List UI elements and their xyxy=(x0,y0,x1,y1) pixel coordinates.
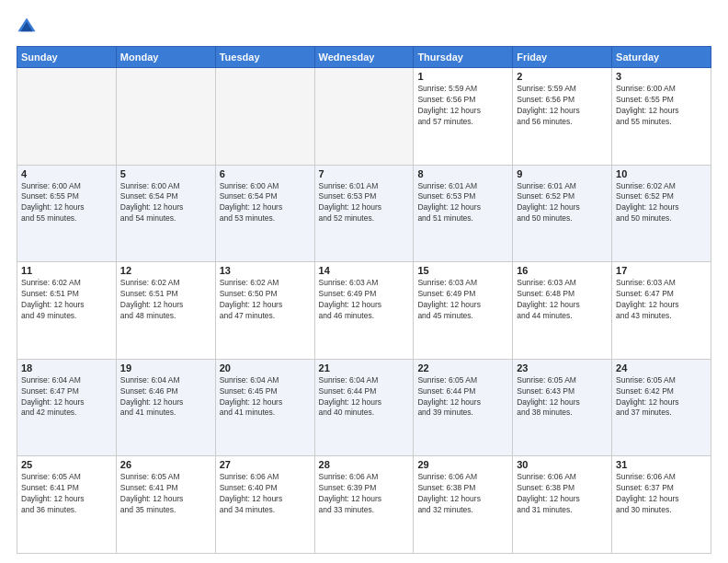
weekday-header-friday: Friday xyxy=(513,47,612,68)
calendar-day-cell: 14Sunrise: 6:03 AM Sunset: 6:49 PM Dayli… xyxy=(314,262,414,360)
logo-icon xyxy=(17,17,37,37)
day-info: Sunrise: 6:05 AM Sunset: 6:44 PM Dayligh… xyxy=(417,375,508,419)
day-info: Sunrise: 6:00 AM Sunset: 6:54 PM Dayligh… xyxy=(220,181,311,225)
day-info: Sunrise: 6:02 AM Sunset: 6:52 PM Dayligh… xyxy=(616,181,707,225)
day-info: Sunrise: 6:06 AM Sunset: 6:40 PM Dayligh… xyxy=(220,472,311,516)
calendar-day-cell: 25Sunrise: 6:05 AM Sunset: 6:41 PM Dayli… xyxy=(17,456,117,554)
day-number: 5 xyxy=(120,168,211,179)
day-info: Sunrise: 6:06 AM Sunset: 6:38 PM Dayligh… xyxy=(517,472,608,516)
logo xyxy=(17,17,40,37)
weekday-header-thursday: Thursday xyxy=(414,47,513,68)
day-info: Sunrise: 6:02 AM Sunset: 6:51 PM Dayligh… xyxy=(21,278,112,322)
day-info: Sunrise: 6:04 AM Sunset: 6:44 PM Dayligh… xyxy=(319,375,410,419)
day-info: Sunrise: 6:02 AM Sunset: 6:51 PM Dayligh… xyxy=(120,278,211,322)
calendar-day-cell: 13Sunrise: 6:02 AM Sunset: 6:50 PM Dayli… xyxy=(215,262,314,360)
day-info: Sunrise: 6:04 AM Sunset: 6:46 PM Dayligh… xyxy=(120,375,211,419)
calendar-day-cell: 29Sunrise: 6:06 AM Sunset: 6:38 PM Dayli… xyxy=(414,456,513,554)
day-info: Sunrise: 6:04 AM Sunset: 6:45 PM Dayligh… xyxy=(220,375,311,419)
calendar-day-cell: 19Sunrise: 6:04 AM Sunset: 6:46 PM Dayli… xyxy=(116,359,215,456)
day-number: 14 xyxy=(319,265,410,276)
calendar-day-cell: 30Sunrise: 6:06 AM Sunset: 6:38 PM Dayli… xyxy=(513,456,612,554)
day-number: 29 xyxy=(417,459,508,470)
header xyxy=(17,17,711,37)
day-info: Sunrise: 6:04 AM Sunset: 6:47 PM Dayligh… xyxy=(21,375,112,419)
day-number: 30 xyxy=(517,459,608,470)
day-number: 26 xyxy=(120,459,211,470)
day-number: 7 xyxy=(319,168,410,179)
day-info: Sunrise: 6:06 AM Sunset: 6:37 PM Dayligh… xyxy=(616,472,707,516)
calendar-day-cell: 12Sunrise: 6:02 AM Sunset: 6:51 PM Dayli… xyxy=(116,262,215,360)
day-number: 27 xyxy=(220,459,311,470)
calendar-day-cell xyxy=(116,68,215,166)
day-info: Sunrise: 6:03 AM Sunset: 6:47 PM Dayligh… xyxy=(616,278,707,322)
day-info: Sunrise: 6:05 AM Sunset: 6:41 PM Dayligh… xyxy=(21,472,112,516)
weekday-header-sunday: Sunday xyxy=(17,47,117,68)
calendar-day-cell: 11Sunrise: 6:02 AM Sunset: 6:51 PM Dayli… xyxy=(17,262,117,360)
day-info: Sunrise: 6:05 AM Sunset: 6:41 PM Dayligh… xyxy=(120,472,211,516)
day-number: 28 xyxy=(319,459,410,470)
calendar-day-cell: 24Sunrise: 6:05 AM Sunset: 6:42 PM Dayli… xyxy=(612,359,711,456)
calendar-day-cell: 8Sunrise: 6:01 AM Sunset: 6:53 PM Daylig… xyxy=(414,165,513,262)
day-number: 6 xyxy=(220,168,311,179)
calendar-day-cell: 2Sunrise: 5:59 AM Sunset: 6:56 PM Daylig… xyxy=(513,68,612,166)
calendar-day-cell: 6Sunrise: 6:00 AM Sunset: 6:54 PM Daylig… xyxy=(215,165,314,262)
calendar-week-row: 11Sunrise: 6:02 AM Sunset: 6:51 PM Dayli… xyxy=(17,262,711,360)
calendar-day-cell: 1Sunrise: 5:59 AM Sunset: 6:56 PM Daylig… xyxy=(414,68,513,166)
day-info: Sunrise: 6:01 AM Sunset: 6:52 PM Dayligh… xyxy=(517,181,608,225)
calendar-day-cell: 28Sunrise: 6:06 AM Sunset: 6:39 PM Dayli… xyxy=(314,456,414,554)
calendar-day-cell: 21Sunrise: 6:04 AM Sunset: 6:44 PM Dayli… xyxy=(314,359,414,456)
calendar-day-cell: 4Sunrise: 6:00 AM Sunset: 6:55 PM Daylig… xyxy=(17,165,117,262)
day-number: 25 xyxy=(21,459,112,470)
day-number: 9 xyxy=(517,168,608,179)
day-info: Sunrise: 6:03 AM Sunset: 6:49 PM Dayligh… xyxy=(319,278,410,322)
day-info: Sunrise: 6:02 AM Sunset: 6:50 PM Dayligh… xyxy=(220,278,311,322)
calendar-day-cell: 3Sunrise: 6:00 AM Sunset: 6:55 PM Daylig… xyxy=(612,68,711,166)
day-number: 1 xyxy=(417,71,508,82)
day-info: Sunrise: 6:00 AM Sunset: 6:55 PM Dayligh… xyxy=(21,181,112,225)
day-number: 18 xyxy=(21,362,112,373)
calendar-table: SundayMondayTuesdayWednesdayThursdayFrid… xyxy=(17,46,711,554)
calendar-day-cell xyxy=(215,68,314,166)
day-info: Sunrise: 6:01 AM Sunset: 6:53 PM Dayligh… xyxy=(417,181,508,225)
day-number: 22 xyxy=(417,362,508,373)
calendar-day-cell: 15Sunrise: 6:03 AM Sunset: 6:49 PM Dayli… xyxy=(414,262,513,360)
day-number: 11 xyxy=(21,265,112,276)
calendar-day-cell: 23Sunrise: 6:05 AM Sunset: 6:43 PM Dayli… xyxy=(513,359,612,456)
day-number: 24 xyxy=(616,362,707,373)
day-number: 21 xyxy=(319,362,410,373)
day-number: 23 xyxy=(517,362,608,373)
day-info: Sunrise: 6:03 AM Sunset: 6:48 PM Dayligh… xyxy=(517,278,608,322)
day-info: Sunrise: 6:06 AM Sunset: 6:39 PM Dayligh… xyxy=(319,472,410,516)
day-number: 20 xyxy=(220,362,311,373)
page: SundayMondayTuesdayWednesdayThursdayFrid… xyxy=(0,0,728,563)
calendar-day-cell: 16Sunrise: 6:03 AM Sunset: 6:48 PM Dayli… xyxy=(513,262,612,360)
day-number: 19 xyxy=(120,362,211,373)
day-number: 10 xyxy=(616,168,707,179)
calendar-header-row: SundayMondayTuesdayWednesdayThursdayFrid… xyxy=(17,47,711,68)
day-info: Sunrise: 6:01 AM Sunset: 6:53 PM Dayligh… xyxy=(319,181,410,225)
calendar-week-row: 4Sunrise: 6:00 AM Sunset: 6:55 PM Daylig… xyxy=(17,165,711,262)
day-number: 16 xyxy=(517,265,608,276)
weekday-header-tuesday: Tuesday xyxy=(215,47,314,68)
calendar-day-cell: 9Sunrise: 6:01 AM Sunset: 6:52 PM Daylig… xyxy=(513,165,612,262)
calendar-day-cell: 10Sunrise: 6:02 AM Sunset: 6:52 PM Dayli… xyxy=(612,165,711,262)
day-number: 15 xyxy=(417,265,508,276)
weekday-header-saturday: Saturday xyxy=(612,47,711,68)
day-info: Sunrise: 6:03 AM Sunset: 6:49 PM Dayligh… xyxy=(417,278,508,322)
day-number: 4 xyxy=(21,168,112,179)
day-info: Sunrise: 6:05 AM Sunset: 6:43 PM Dayligh… xyxy=(517,375,608,419)
calendar-day-cell: 5Sunrise: 6:00 AM Sunset: 6:54 PM Daylig… xyxy=(116,165,215,262)
calendar-day-cell: 26Sunrise: 6:05 AM Sunset: 6:41 PM Dayli… xyxy=(116,456,215,554)
day-number: 2 xyxy=(517,71,608,82)
day-number: 17 xyxy=(616,265,707,276)
calendar-week-row: 18Sunrise: 6:04 AM Sunset: 6:47 PM Dayli… xyxy=(17,359,711,456)
calendar-day-cell: 17Sunrise: 6:03 AM Sunset: 6:47 PM Dayli… xyxy=(612,262,711,360)
calendar-week-row: 25Sunrise: 6:05 AM Sunset: 6:41 PM Dayli… xyxy=(17,456,711,554)
calendar-day-cell: 7Sunrise: 6:01 AM Sunset: 6:53 PM Daylig… xyxy=(314,165,414,262)
calendar-day-cell: 31Sunrise: 6:06 AM Sunset: 6:37 PM Dayli… xyxy=(612,456,711,554)
day-number: 12 xyxy=(120,265,211,276)
calendar-day-cell xyxy=(17,68,117,166)
day-number: 13 xyxy=(220,265,311,276)
day-info: Sunrise: 5:59 AM Sunset: 6:56 PM Dayligh… xyxy=(517,84,608,128)
day-number: 8 xyxy=(417,168,508,179)
